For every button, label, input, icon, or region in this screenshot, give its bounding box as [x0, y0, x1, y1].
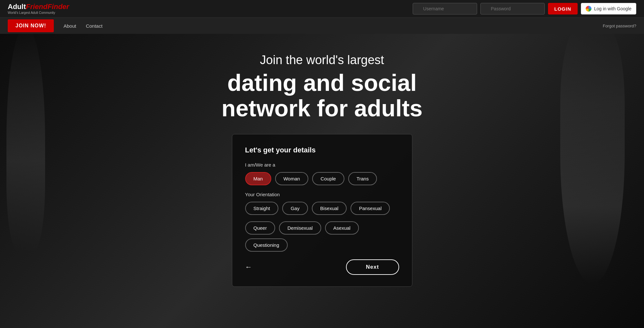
next-button[interactable]: Next — [346, 259, 399, 275]
google-login-label: Log in with Google — [594, 6, 631, 11]
orientation-label: Your Orientation — [245, 192, 399, 197]
identity-label: I am/We are a — [245, 162, 399, 168]
back-button[interactable]: ← — [245, 263, 252, 271]
google-icon — [586, 6, 591, 12]
orientation-row2: Queer Demisexual Asexual Questioning — [245, 221, 399, 252]
option-bisexual[interactable]: Bisexual — [312, 202, 347, 215]
navbar-right: 👤 🔒 LOGIN Log in with Google — [413, 3, 636, 14]
username-input[interactable] — [413, 3, 477, 14]
brand-adult: Adult — [8, 3, 26, 11]
option-pansexual[interactable]: Pansexual — [351, 202, 390, 215]
google-login-button[interactable]: Log in with Google — [581, 3, 636, 14]
orientation-row1: Straight Gay Bisexual Pansexual — [245, 202, 399, 215]
password-input[interactable] — [480, 3, 545, 14]
option-demisexual[interactable]: Demisexual — [279, 221, 321, 235]
option-trans[interactable]: Trans — [348, 172, 377, 185]
top-navbar: AdultFriendFinder World's Largest Adult … — [0, 0, 644, 18]
option-couple[interactable]: Couple — [312, 172, 344, 185]
subnav: JOIN NOW! About Contact Forgot password? — [0, 18, 644, 34]
option-woman[interactable]: Woman — [275, 172, 308, 185]
forgot-password-link[interactable]: Forgot password? — [603, 24, 636, 28]
identity-options: Man Woman Couple Trans — [245, 172, 399, 185]
username-wrapper: 👤 — [413, 3, 477, 14]
registration-card: Let's get your details I am/We are a Man… — [232, 134, 412, 287]
about-link[interactable]: About — [63, 23, 76, 29]
brand-logo: AdultFriendFinder World's Largest Adult … — [8, 3, 69, 14]
option-questioning[interactable]: Questioning — [245, 238, 288, 252]
join-now-button[interactable]: JOIN NOW! — [8, 19, 54, 32]
option-queer[interactable]: Queer — [245, 221, 275, 235]
hero-subtitle: Join the world's largest — [221, 53, 422, 67]
card-footer: ← Next — [245, 259, 399, 275]
option-asexual[interactable]: Asexual — [325, 221, 359, 235]
option-man[interactable]: Man — [245, 172, 271, 185]
orientation-section: Your Orientation Straight Gay Bisexual P… — [245, 192, 399, 252]
hero-title-line2: network for adults — [221, 95, 422, 121]
card-title: Let's get your details — [245, 146, 399, 154]
hero-title-line1: dating and social — [227, 70, 417, 96]
brand-tagline: World's Largest Adult Community — [8, 11, 69, 14]
brand-friend: FriendFinder — [26, 3, 69, 11]
hero-section: Join the world's largest dating and soci… — [221, 53, 422, 121]
option-straight[interactable]: Straight — [245, 202, 279, 215]
hero-title: dating and social network for adults — [221, 70, 422, 121]
login-button[interactable]: LOGIN — [548, 3, 578, 14]
option-gay[interactable]: Gay — [282, 202, 308, 215]
contact-link[interactable]: Contact — [86, 23, 102, 29]
password-wrapper: 🔒 — [480, 3, 545, 14]
main-content: Join the world's largest dating and soci… — [0, 34, 644, 287]
